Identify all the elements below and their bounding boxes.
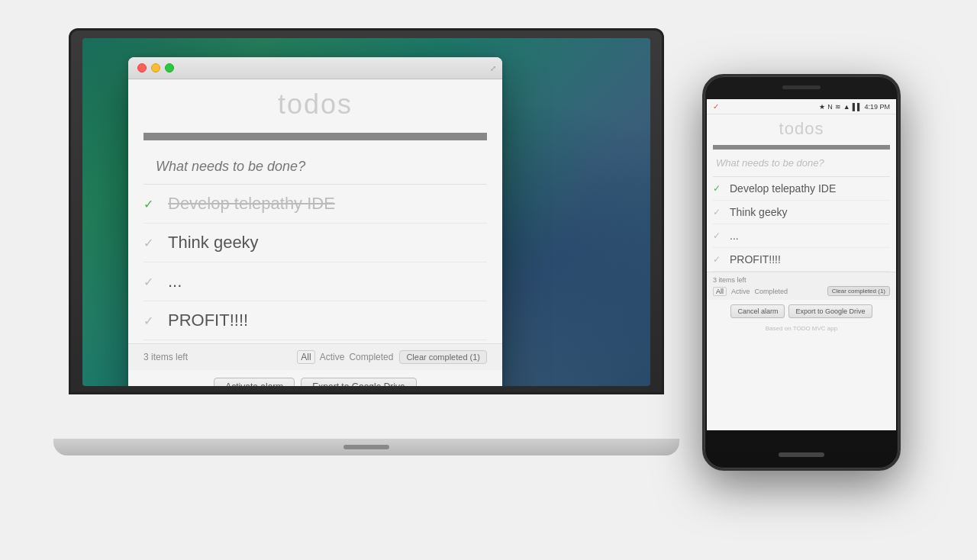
todo-text: PROFIT!!!! [168,311,248,330]
list-item: ✓ ... [713,224,890,248]
filter-completed[interactable]: Completed [349,352,393,362]
phone-filter-active[interactable]: Active [731,288,750,295]
phone-footer-row1: 3 items left [713,276,890,284]
todo-text: Think geeky [730,206,787,218]
minimize-button-dot[interactable] [151,63,160,72]
mac-action-buttons: Activate alarm Export to Google Drive [128,370,502,386]
table-row: ✓ Think geeky [143,224,487,262]
mac-footer: 3 items left All Active Completed Clear … [128,343,502,370]
todo-text: Think geeky [168,233,259,253]
phone-screen: ✓ ★ N ≋ ▲ ▌▌ 4:19 PM todos What needs to… [707,99,896,430]
export-googledrive-button[interactable]: Export to Google Drive [301,378,416,386]
phone-cancel-alarm-button[interactable]: Cancel alarm [730,304,785,318]
phone-status-bar: ✓ ★ N ≋ ▲ ▌▌ 4:19 PM [707,99,896,114]
check-icon[interactable]: ✓ [713,230,724,241]
phone-attribution: Based on TODO MVC app [707,323,896,336]
phone-export-googledrive-button[interactable]: Export to Google Drive [788,304,872,318]
todo-text: ... [730,230,739,242]
laptop-notch [343,445,389,449]
signal-icon: ▲ [843,103,850,111]
time: 4:19 PM [864,103,890,111]
list-item: ✓ Think geeky [713,201,890,224]
close-button-dot[interactable] [137,63,147,72]
scene: ⤢ todos ✓ Develop telepathy IDE ✓ [31,13,946,547]
phone-progress-bar [713,145,890,150]
mac-window: ⤢ todos ✓ Develop telepathy IDE ✓ [128,57,502,386]
laptop-base [53,439,679,455]
check-icon[interactable]: ✓ [143,275,159,289]
phone-filter-all[interactable]: All [713,287,727,296]
check-icon[interactable]: ✓ [713,254,724,265]
mac-todo-input[interactable] [143,150,487,184]
laptop-screen: ⤢ todos ✓ Develop telepathy IDE ✓ [82,38,650,386]
laptop: ⤢ todos ✓ Develop telepathy IDE ✓ [69,28,664,455]
phone-filter-completed[interactable]: Completed [755,288,788,295]
todo-text: Develop telepathy IDE [168,194,335,214]
items-left-count: 3 items left [143,352,291,362]
phone-app-title: todos [707,114,896,145]
table-row: ✓ PROFIT!!!! [143,301,487,340]
wifi-icon: ≋ [835,103,841,111]
phone-home-bar[interactable] [779,452,824,457]
bluetooth-icon: ★ [819,103,825,111]
check-icon[interactable]: ✓ [713,183,724,194]
phone-footer-row2: All Active Completed Clear completed (1) [713,286,890,296]
phone-todo-input-placeholder[interactable]: What needs to be done? [713,154,890,172]
mac-todo-list: ✓ Develop telepathy IDE ✓ Think geeky ✓ … [143,185,487,340]
laptop-body: ⤢ todos ✓ Develop telepathy IDE ✓ [69,28,664,394]
nfc-icon: N [827,103,833,111]
phone: ✓ ★ N ≋ ▲ ▌▌ 4:19 PM todos What needs to… [702,74,901,471]
todo-text: PROFIT!!!! [730,253,781,266]
todo-text: ... [168,272,182,291]
table-row: ✓ ... [143,262,487,301]
mac-progress-bar [143,133,487,140]
todo-text: Develop telepathy IDE [730,182,836,195]
phone-notification-icon: ✓ [713,102,719,111]
check-icon[interactable]: ✓ [143,197,159,211]
phone-action-buttons: Cancel alarm Export to Google Drive [707,300,896,323]
check-icon[interactable]: ✓ [143,314,159,328]
check-icon[interactable]: ✓ [713,207,724,217]
clear-completed-button[interactable]: Clear completed (1) [399,350,487,364]
filter-all[interactable]: All [297,350,314,364]
filter-active[interactable]: Active [320,352,345,362]
phone-status-icons: ★ N ≋ ▲ ▌▌ 4:19 PM [819,103,890,111]
list-item: ✓ PROFIT!!!! [713,248,890,272]
phone-clear-completed-button[interactable]: Clear completed (1) [827,286,890,296]
fullscreen-button-dot[interactable] [165,63,174,72]
battery-icon: ▌▌ [853,103,863,111]
phone-items-left: 3 items left [713,276,746,284]
mac-app-title: todos [128,79,502,133]
phone-input-area: What needs to be done? [713,154,890,177]
table-row: ✓ Develop telepathy IDE [143,185,487,224]
mac-titlebar: ⤢ [128,57,502,79]
mac-input-area [143,150,487,185]
activate-alarm-button[interactable]: Activate alarm [214,378,295,386]
check-icon[interactable]: ✓ [143,236,159,250]
list-item: ✓ Develop telepathy IDE [713,177,890,201]
phone-body: ✓ ★ N ≋ ▲ ▌▌ 4:19 PM todos What needs to… [702,74,901,471]
phone-todo-list: ✓ Develop telepathy IDE ✓ Think geeky ✓ … [713,177,890,272]
expand-icon[interactable]: ⤢ [490,64,496,72]
phone-footer: 3 items left All Active Completed Clear … [707,272,896,300]
phone-speaker [782,85,821,89]
mac-traffic-lights [137,63,174,72]
filter-group: All Active Completed [297,350,393,364]
